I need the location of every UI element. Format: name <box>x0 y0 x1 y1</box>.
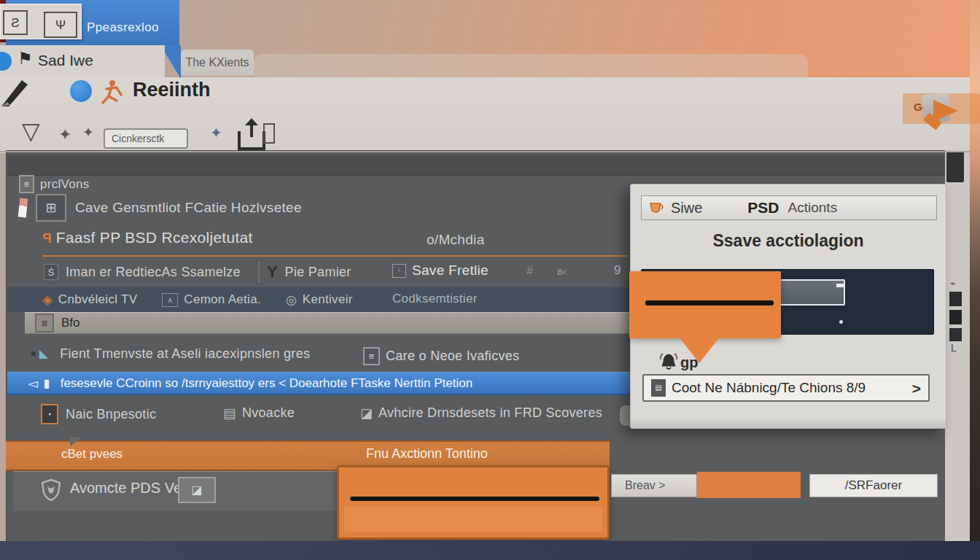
row-fast-label: Faasf PP BSD Rcexoljetutat <box>56 229 253 246</box>
dialog-header[interactable]: Siwe PSD Actionts <box>641 195 937 220</box>
target-icon: ◎ <box>286 294 297 306</box>
fox-icon: ◈ <box>42 293 52 306</box>
save-button[interactable]: /SRFaorer <box>809 474 938 497</box>
orange-divider <box>42 255 627 257</box>
list-row-selected[interactable]: ◅ ▮ fesesevle CCroinn so /tsrnyaiesttoy … <box>7 372 631 395</box>
list-row-import[interactable]: Ṡ Iman er RedtiecAs Ssamelze Y Pie Pamie… <box>44 261 351 283</box>
row-fast-mid-label: o/Mchdia <box>427 232 485 248</box>
flag-icon: ⚑ <box>18 50 33 67</box>
list-row-convert[interactable]: ◈ Cnbvéleicl TV ᴀ Cemon Aetia. ◎ Kentive… <box>7 287 631 312</box>
list-row-new[interactable]: ▪ Naic Bnpesotic <box>41 404 156 424</box>
row-convert-left-label: Cnbvéleicl TV <box>58 292 137 307</box>
section-row: ≣ prclVons <box>19 175 90 193</box>
input-field-glyph <box>836 284 844 287</box>
save-dialog: Siwe PSD Actionts Ssave acctiolagion gp … <box>630 184 946 429</box>
dialog-heading: Ssave acctiolagion <box>631 231 946 251</box>
save-button-label: /SRFaorer <box>845 478 902 493</box>
framed-tool-icon[interactable]: ⊞ <box>36 194 66 222</box>
app-blue-dot <box>70 80 92 102</box>
rail-glyph-bottom: L <box>951 343 957 353</box>
dialog-note-label: gp <box>680 354 698 371</box>
orange-band-notch <box>70 438 82 446</box>
cup-icon <box>648 199 665 217</box>
b-small-icon[interactable]: ʙ‹ <box>557 265 567 276</box>
photo-icon: ▪ <box>31 346 36 362</box>
panel-header-strip <box>7 155 960 176</box>
save-box-icon: ▫ <box>392 264 406 278</box>
s-tool-icon: Ṡ <box>44 264 58 280</box>
frame-ghost-tab <box>254 54 808 79</box>
row-new-mid-label: Avhcire Drnsdesets in FRD Scoveres <box>378 405 602 421</box>
sparkle-icon-b[interactable]: ✦ <box>82 125 94 139</box>
list-row-generator[interactable]: ⊞ Cave Gensmtliot FCatie Hozlvsetee <box>19 194 302 222</box>
undo-icon: Ƨ <box>11 17 19 29</box>
sparkle-icon-c[interactable]: ✦ <box>210 125 222 140</box>
toolbar-divider <box>0 151 971 152</box>
toolbar-dropdown-label: Cicnkersctk <box>112 133 164 144</box>
column-divider <box>258 261 260 283</box>
hash-icon[interactable]: # <box>526 265 533 277</box>
p-flag-icon: P <box>42 231 52 245</box>
row-generator-label: Cave Gensmtliot FCatie Hozlvsetee <box>75 200 302 216</box>
orange-box-icon: ▪ <box>41 404 58 424</box>
orange-band-left-label: cBet pvees <box>61 447 122 462</box>
notes-icon: ≣ <box>363 347 380 365</box>
row-new-left2-label: Nvoacke <box>242 405 295 421</box>
row-import-left-label: Iman er RedtiecAs Ssamelze <box>66 265 241 280</box>
y-tool-icon: Y <box>267 264 278 280</box>
back-button[interactable]: Breav > <box>611 474 697 497</box>
image-button[interactable]: ◪ <box>178 477 216 503</box>
scrollbar-thumb[interactable] <box>946 152 964 182</box>
shield-icon <box>41 478 61 502</box>
funnel-icon[interactable]: ▽ <box>22 120 40 143</box>
undo-button[interactable]: Ƨ <box>3 10 28 35</box>
type-tool-button[interactable]: Ψ <box>44 12 77 38</box>
g-small-icon[interactable]: 9 <box>614 264 621 276</box>
rail-thumbnail-2[interactable] <box>949 310 962 324</box>
orange-progress-block <box>697 472 801 498</box>
desktop-photo-edge <box>970 0 980 560</box>
rail-glyph-top: ⌁ <box>950 279 956 288</box>
layers-icon: ◪ <box>360 407 373 420</box>
list-row-fast[interactable]: P Faasf PP BSD Rcexoljetutat <box>42 229 253 246</box>
row-convert-left2-label: Cemon Aetia. <box>184 292 261 307</box>
type-tool-icon: Ψ <box>55 19 66 31</box>
list-box-icon: ▤ <box>223 406 236 420</box>
row-import-left2-label: Pie Pamier <box>285 265 351 280</box>
export-icon[interactable] <box>235 117 277 152</box>
archive-item[interactable]: ◪ Avhcire Drnsdesets in FRD Scoveres <box>360 405 602 421</box>
toolbar-dropdown[interactable]: Cicnkersctk <box>104 128 188 149</box>
window-title: Ppeasrexloo <box>87 20 159 35</box>
invoke-item[interactable]: ▤ Nvoacke <box>223 405 295 421</box>
image-button-icon: ◪ <box>191 484 202 496</box>
tooltip-large-inner <box>344 507 602 532</box>
doc-box-icon: ▤ <box>651 379 666 397</box>
rail-thumbnail-3[interactable] <box>949 328 962 341</box>
desktop: ⌁ L ≣ prclVons ⊞ Cave Gensmtliot FCatie … <box>0 0 980 560</box>
bell-icon <box>659 352 678 373</box>
dialog-bottom-shade <box>631 418 946 428</box>
tab-inactive[interactable]: The KXients <box>181 50 254 76</box>
white-bar-icon: ▮ <box>44 378 50 389</box>
core-node-item[interactable]: ≣ Care o Neoe Ivaficves <box>363 347 519 365</box>
dialog-action-button[interactable]: ▤ Coot Ne Nábnicg/Te Chions 8/9 > <box>642 374 930 402</box>
list-row-flatten[interactable]: ▪ ◣ Fient Tmenvste at Aseli iacexipnslen… <box>31 346 310 362</box>
brush-icon <box>18 198 28 217</box>
sparkle-icon-a[interactable]: ✦ <box>58 127 71 143</box>
desktop-bottom-strip <box>0 541 980 560</box>
runner-icon <box>99 79 124 105</box>
save-profile-item[interactable]: ▫ Save Fretlie <box>392 262 489 279</box>
list-row-bfo[interactable]: ≣ Bfo <box>25 312 630 334</box>
row-bfo-label: Bfo <box>61 316 80 330</box>
dialog-brand-label: Siwe <box>671 200 702 217</box>
rail-thumbnail-1[interactable] <box>949 292 962 306</box>
dialog-product-suffix-label: Actionts <box>788 200 838 216</box>
right-rail <box>945 150 971 544</box>
tab-inactive-label: The KXients <box>185 56 249 69</box>
save-profile-label: Save Fretlie <box>412 262 489 279</box>
orange-band-mid-label: Fnu Axctionn Tontino <box>366 446 488 462</box>
dialog-product-label: PSD <box>747 199 779 217</box>
box-a-icon: ᴀ <box>162 293 178 307</box>
back-button-label: Breav > <box>625 479 666 492</box>
tab-active-label: Sad Iwe <box>38 52 93 69</box>
